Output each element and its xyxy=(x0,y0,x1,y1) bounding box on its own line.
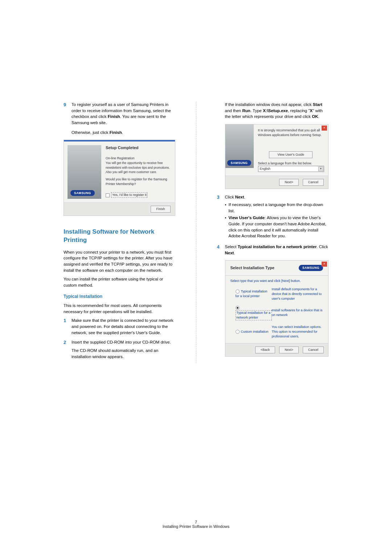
paragraph: When you connect your printer to a netwo… xyxy=(64,249,175,274)
radio-icon xyxy=(236,290,240,294)
paragraph: To register yourself as a user of Samsun… xyxy=(72,102,175,126)
install-type-dialog: × Select Installation Type SAMSUNG Selec… xyxy=(225,260,329,357)
dialog-text: It is strongly recommended that you quit… xyxy=(258,128,324,138)
checkbox-icon xyxy=(106,193,110,197)
step-body: To register yourself as a user of Samsun… xyxy=(72,102,175,219)
dialog-title: Setup Completed xyxy=(106,145,171,151)
samsung-badge: SAMSUNG xyxy=(299,265,323,271)
register-checkbox[interactable]: Yes, I'd like to register it xyxy=(106,192,171,198)
setup-completed-dialog: SAMSUNG Setup Completed On-line Registra… xyxy=(64,140,175,216)
install-option-custom[interactable]: Custom installation You can select insta… xyxy=(230,323,323,341)
page-number: 7 xyxy=(0,520,392,524)
cancel-button[interactable]: Cancel xyxy=(303,346,324,353)
dialog-title: Select Installation Type xyxy=(230,265,274,271)
dialog-text: Would you like to register for the Samsu… xyxy=(106,177,171,186)
bullet-item: • If necessary, select a language from t… xyxy=(225,202,329,214)
language-select[interactable]: English ▾ xyxy=(258,166,324,172)
chevron-down-icon: ▾ xyxy=(318,167,323,171)
step-3: 3 Click Next. • If necessary, select a l… xyxy=(217,194,329,240)
welcome-dialog: × SAMSUNG It is strongly recommended tha… xyxy=(225,124,329,189)
page-footer: 7 Installing Printer Software in Windows xyxy=(0,520,392,529)
radio-icon xyxy=(236,330,240,334)
next-button[interactable]: Next> xyxy=(279,346,299,353)
step-4: 4 Select Typical installation for a netw… xyxy=(217,244,329,256)
step-body: Insert the supplied CD-ROM into your CD-… xyxy=(72,339,175,360)
step-9: 9 To register yourself as a user of Sams… xyxy=(64,102,175,219)
close-icon[interactable]: × xyxy=(322,262,327,267)
finish-button[interactable]: Finish xyxy=(151,206,170,213)
view-users-guide-button[interactable]: View User's Guide xyxy=(269,151,313,158)
dialog-text: On-line Registration xyxy=(106,156,171,161)
paragraph: You can install the printer software usi… xyxy=(64,276,175,288)
left-column: 9 To register yourself as a user of Sams… xyxy=(64,102,175,363)
install-option-local[interactable]: Typical installation for a local printer… xyxy=(230,285,323,303)
page-content: 9 To register yourself as a user of Sams… xyxy=(0,0,392,378)
section-heading: Installing Software for Network Printing xyxy=(64,228,175,244)
close-icon[interactable]: × xyxy=(322,126,327,131)
cancel-button[interactable]: Cancel xyxy=(303,179,324,186)
dialog-footer: <Back Next> Cancel xyxy=(225,343,328,356)
bullet-list: • If necessary, select a language from t… xyxy=(225,202,329,239)
document-page: 9 To register yourself as a user of Sams… xyxy=(0,0,392,554)
step-2: 2 Insert the supplied CD-ROM into your C… xyxy=(64,339,175,360)
step-number: 3 xyxy=(217,194,225,240)
dialog-text: Select a language from the list below. xyxy=(258,161,324,166)
step-body: Select Typical installation for a networ… xyxy=(225,244,329,256)
paragraph: Otherwise, just click Finish. xyxy=(72,130,175,136)
dialog-hint: Select type that you want and click [Nex… xyxy=(225,276,328,285)
step-number: 4 xyxy=(217,244,225,256)
paragraph: Insert the supplied CD-ROM into your CD-… xyxy=(72,339,175,345)
install-option-network[interactable]: Typical installation for a network print… xyxy=(230,303,323,323)
footer-title: Installing Printer Software in Windows xyxy=(0,524,392,529)
dialog-text: You will get the opportunity to receive … xyxy=(106,161,171,174)
paragraph: This is recommended for most users. All … xyxy=(64,303,175,315)
step-body: Make sure that the printer is connected … xyxy=(72,317,175,336)
samsung-badge: SAMSUNG xyxy=(70,190,95,196)
column-divider xyxy=(196,102,196,363)
dialog-footer: Next> Cancel xyxy=(225,176,328,189)
next-button[interactable]: Next> xyxy=(279,179,299,186)
subsection-heading: Typical Installation xyxy=(64,294,175,300)
dialog-footer: Finish xyxy=(64,202,175,216)
step-body: Click Next. • If necessary, select a lan… xyxy=(225,194,329,240)
back-button[interactable]: <Back xyxy=(255,346,275,353)
right-column: If the installation window does not appe… xyxy=(217,102,329,363)
step-number: 2 xyxy=(64,339,72,360)
paragraph: Click Next. xyxy=(225,194,329,200)
two-column-layout: 9 To register yourself as a user of Sams… xyxy=(64,102,328,363)
bullet-item: • View User's Guide: Allows you to view … xyxy=(225,215,329,239)
radio-icon xyxy=(236,306,240,310)
samsung-badge: SAMSUNG xyxy=(227,160,252,166)
paragraph: If the installation window does not appe… xyxy=(225,102,329,120)
paragraph: The CD-ROM should automatically run, and… xyxy=(72,348,175,360)
step-1: 1 Make sure that the printer is connecte… xyxy=(64,317,175,336)
step-number: 1 xyxy=(64,317,72,336)
